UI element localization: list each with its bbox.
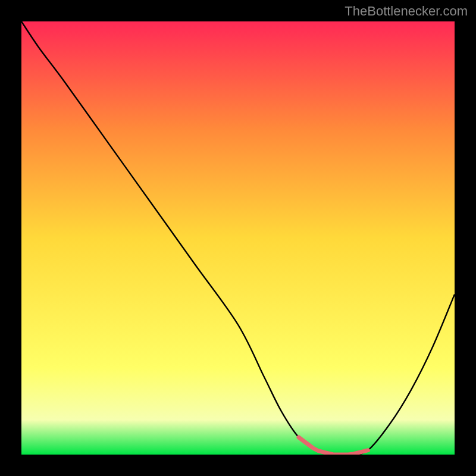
gradient-background: [21, 21, 455, 455]
watermark-label: TheBottlenecker.com: [345, 4, 468, 19]
plot-svg: [21, 21, 455, 455]
chart-container: TheBottlenecker.com: [0, 0, 476, 476]
plot-area: [21, 21, 455, 455]
